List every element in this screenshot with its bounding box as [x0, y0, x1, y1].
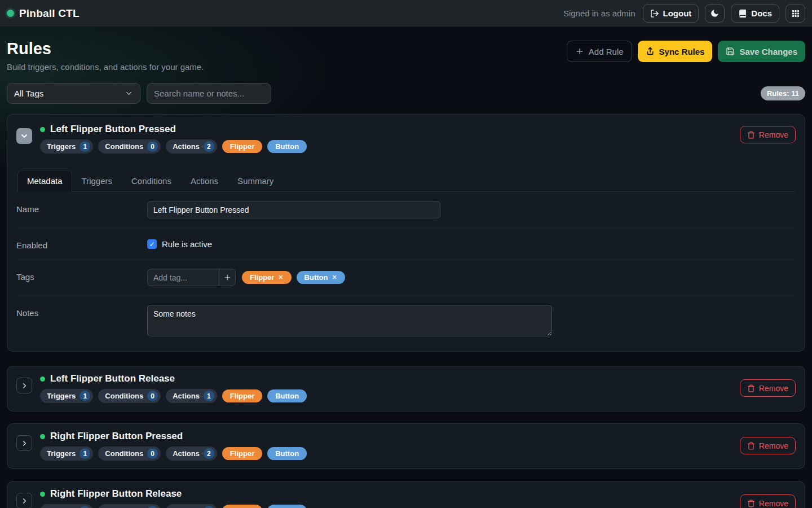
rule-head-main: Left Flipper Button ReleaseTriggers1Cond… — [40, 373, 307, 403]
remove-rule-button[interactable]: Remove — [740, 126, 796, 143]
rule-active-text: Rule is active — [162, 239, 212, 249]
count-pill-value: 1 — [80, 448, 90, 459]
add-tag-group — [147, 269, 236, 286]
rule-pills: Triggers1Conditions0Actions1FlipperButto… — [40, 504, 307, 508]
chevron-right-icon — [20, 497, 29, 505]
tab-triggers[interactable]: Triggers — [72, 170, 122, 192]
count-pill-value: 1 — [80, 141, 90, 152]
tab-metadata[interactable]: Metadata — [17, 170, 72, 192]
count-pill-conditions: Conditions0 — [98, 446, 161, 461]
chevron-right-icon — [20, 382, 29, 390]
count-pill-label: Triggers — [47, 392, 76, 400]
trash-icon — [747, 384, 755, 392]
page-subtitle: Build triggers, conditions, and actions … — [7, 62, 204, 72]
remove-label: Remove — [759, 384, 788, 393]
logout-label: Logout — [663, 8, 692, 18]
save-changes-button[interactable]: Save Changes — [718, 41, 805, 62]
sync-rules-button[interactable]: Sync Rules — [638, 41, 713, 62]
topbar: Pinball CTL Signed in as admin Logout Do… — [0, 0, 812, 27]
count-pill-label: Actions — [173, 449, 200, 458]
tab-actions[interactable]: Actions — [181, 170, 228, 192]
moon-icon — [710, 8, 720, 18]
save-icon — [726, 47, 735, 56]
chevron-down-icon — [125, 89, 133, 98]
count-pill-conditions: Conditions0 — [98, 389, 161, 403]
expand-rule-button[interactable] — [16, 435, 32, 451]
add-rule-label: Add Rule — [589, 47, 624, 56]
tag-pill-label: Flipper — [250, 273, 274, 282]
expand-rule-button[interactable] — [16, 378, 32, 393]
count-pill-label: Actions — [173, 142, 200, 151]
metadata-form: Name Enabled ✓ Rule is active Tags — [16, 192, 796, 342]
count-pill-triggers: Triggers1 — [40, 504, 93, 508]
count-pill-value: 0 — [147, 391, 158, 401]
count-pill-value: 0 — [147, 141, 158, 152]
count-pill-actions: Actions2 — [166, 446, 217, 461]
tag-pill-flipper[interactable]: Flipper✕ — [242, 271, 292, 284]
tag-pill-button[interactable]: Button✕ — [297, 271, 345, 284]
tab-summary[interactable]: Summary — [228, 170, 283, 192]
tag-pill-label: Button — [275, 392, 299, 400]
rules-page: Rules Build triggers, conditions, and ac… — [0, 27, 812, 508]
rule-card-expanded: Left Flipper Button Pressed Triggers1Con… — [7, 114, 805, 352]
remove-tag-icon[interactable]: ✕ — [332, 274, 337, 281]
tag-filter-value: All Tags — [14, 89, 43, 98]
tab-conditions[interactable]: Conditions — [122, 170, 181, 192]
apps-grid-button[interactable] — [785, 4, 805, 23]
tag-filter-select[interactable]: All Tags — [7, 83, 140, 104]
remove-label: Remove — [759, 130, 788, 139]
tag-pill-label: Flipper — [230, 392, 254, 400]
add-tag-button[interactable] — [219, 269, 235, 286]
search-input[interactable] — [147, 83, 271, 104]
enabled-label: Enabled — [16, 237, 147, 250]
remove-rule-button[interactable]: Remove — [740, 494, 796, 508]
plus-icon — [223, 273, 232, 282]
tag-pill-flipper: Flipper — [222, 447, 262, 460]
name-label: Name — [16, 201, 147, 214]
rule-name-input[interactable] — [147, 201, 440, 218]
count-pill-label: Triggers — [47, 449, 76, 458]
tag-pill-button: Button — [267, 505, 307, 508]
logout-button[interactable]: Logout — [643, 4, 699, 23]
rule-card-collapsed: Right Flipper Button ReleaseTriggers1Con… — [7, 481, 805, 508]
count-pill-value: 0 — [147, 506, 158, 508]
expand-rule-button[interactable] — [16, 493, 32, 508]
tag-pill-button: Button — [267, 447, 307, 460]
rule-title-row: Right Flipper Button Pressed — [40, 431, 307, 442]
count-pill-label: Actions — [173, 392, 200, 400]
count-pill-triggers: Triggers1 — [40, 139, 93, 154]
upload-icon — [646, 47, 655, 56]
count-pill-label: Conditions — [105, 142, 143, 151]
trash-icon — [747, 131, 755, 139]
rule-active-dot — [40, 376, 45, 382]
remove-tag-icon[interactable]: ✕ — [278, 274, 283, 281]
brand-status-dot — [7, 10, 14, 17]
trash-icon — [747, 500, 755, 507]
add-tag-input[interactable] — [148, 269, 219, 286]
collapse-rule-button[interactable] — [16, 128, 32, 144]
trash-icon — [747, 442, 755, 450]
remove-rule-button[interactable]: Remove — [740, 379, 796, 397]
tag-pill-button: Button — [267, 140, 307, 153]
count-pill-value: 0 — [147, 448, 158, 459]
remove-rule-button[interactable]: Remove — [740, 437, 796, 454]
notes-textarea[interactable]: Some notes — [147, 305, 552, 336]
enabled-row: Enabled ✓ Rule is active — [16, 228, 796, 260]
docs-button[interactable]: Docs — [731, 4, 779, 23]
theme-toggle-button[interactable] — [705, 4, 725, 23]
sync-rules-label: Sync Rules — [659, 47, 705, 56]
add-rule-button[interactable]: Add Rule — [567, 41, 632, 62]
rule-name: Right Flipper Button Pressed — [50, 431, 183, 442]
count-pill-conditions: Conditions0 — [98, 504, 161, 508]
count-pill-conditions: Conditions0 — [98, 139, 161, 154]
signed-in-text: Signed in as admin — [563, 8, 636, 18]
rule-card-head: Left Flipper Button ReleaseTriggers1Cond… — [16, 373, 796, 403]
rule-active-checkbox[interactable]: ✓ — [147, 239, 157, 249]
rule-name: Left Flipper Button Pressed — [50, 124, 176, 135]
rule-title-row: Right Flipper Button Release — [40, 488, 307, 500]
apps-grid-icon — [791, 9, 800, 18]
tag-pill-flipper: Flipper — [222, 389, 262, 402]
rule-pills: Triggers1Conditions0Actions1FlipperButto… — [40, 389, 307, 403]
rule-card-collapsed: Right Flipper Button PressedTriggers1Con… — [7, 423, 805, 469]
rule-card-head: Right Flipper Button PressedTriggers1Con… — [16, 431, 796, 461]
